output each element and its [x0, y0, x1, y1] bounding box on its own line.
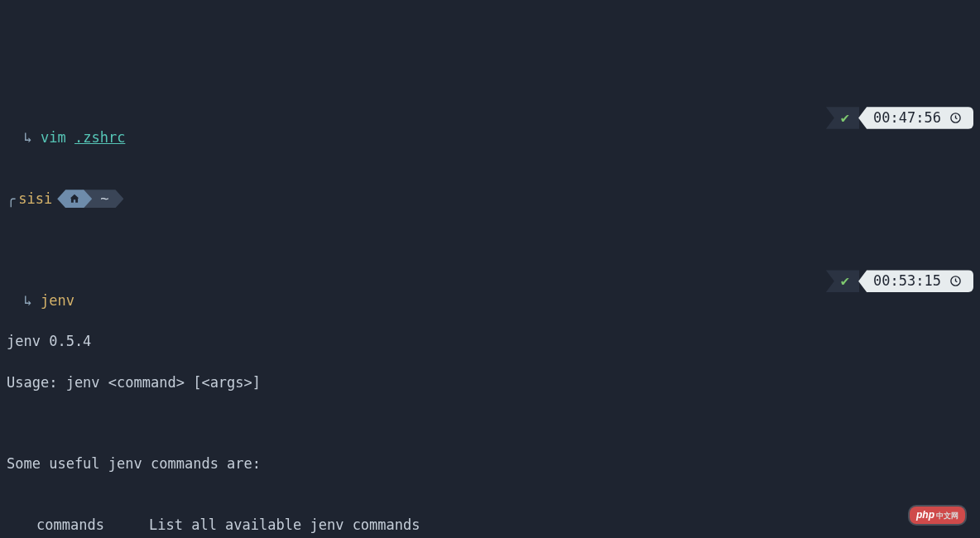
command-line-1: ↳ vim .zshrc ✔ 00:47:56	[7, 107, 980, 127]
blank-line	[7, 413, 980, 434]
output-usage: Usage: jenv <command> [<args>]	[7, 372, 980, 393]
time-text: 00:53:15	[873, 271, 941, 291]
check-icon: ✔	[826, 270, 859, 292]
output-cmd-row: commandsList all available jenv commands	[7, 515, 980, 536]
clock-icon	[949, 112, 962, 124]
prompt-glyph: ╭	[7, 189, 15, 209]
clock-icon	[949, 275, 962, 287]
check-icon: ✔	[826, 107, 859, 129]
time-segment: 00:47:56	[858, 107, 973, 129]
prompt-line-1[interactable]: ╭ sisi ~	[7, 189, 980, 209]
command-name: vim	[41, 129, 66, 146]
cmd-name: commands	[36, 515, 149, 536]
output-heading: Some useful jenv commands are:	[7, 454, 980, 474]
php-badge: php中文网	[910, 507, 965, 524]
time-segment: 00:53:15	[858, 270, 973, 292]
command-line-2: ↳ jenv ✔ 00:53:15	[7, 270, 980, 291]
prompt-arrow: ↳	[23, 129, 31, 146]
status-bar-2: ✔ 00:53:15	[826, 270, 973, 292]
prompt-arrow: ↳	[23, 292, 31, 309]
command-arg: .zshrc	[74, 129, 125, 146]
output-version: jenv 0.5.4	[7, 331, 980, 352]
cmd-desc: List all available jenv commands	[149, 516, 420, 533]
status-bar-1: ✔ 00:47:56	[826, 107, 973, 129]
prompt-user: sisi	[18, 189, 52, 209]
command-name: jenv	[41, 292, 74, 309]
time-text: 00:47:56	[873, 108, 941, 128]
